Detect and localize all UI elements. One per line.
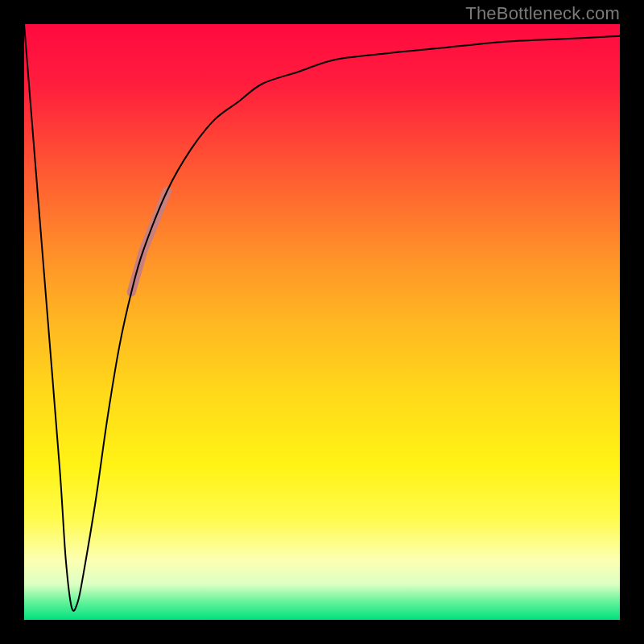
plot-area [24,24,620,620]
chart-svg [24,24,620,620]
curve-highlight-segment [131,191,167,292]
chart-container: TheBottleneck.com [0,0,644,644]
bottleneck-curve [24,24,620,611]
source-label: TheBottleneck.com [465,3,620,24]
